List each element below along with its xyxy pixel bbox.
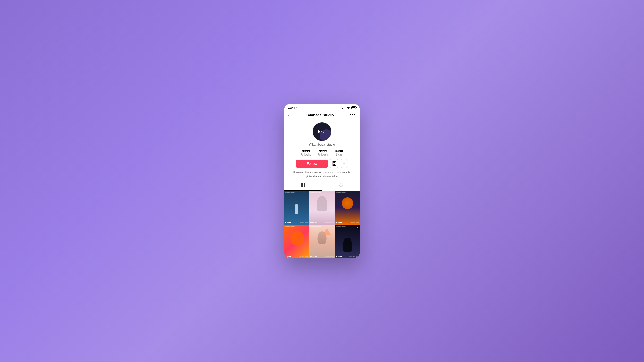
nav-bar: ‹ Kambada Studio ••• [284,111,360,120]
battery-icon [351,106,356,109]
play-icon-6: ▶ [336,255,337,257]
tab-videos[interactable] [284,180,322,191]
svg-rect-3 [301,183,302,187]
svg-rect-4 [302,183,303,187]
video-footer-5: sounds pack [325,256,334,257]
more-button[interactable]: ••• [350,112,356,118]
svg-rect-0 [332,162,336,166]
wifi-icon [347,106,350,109]
view-count-2: 99.0K [312,222,317,223]
video-footer-3: motion pack [351,222,359,223]
svg-point-1 [333,163,335,165]
video-stats-3: ▶ 99.0K [336,221,343,223]
likes-label: Likes [336,153,342,156]
phone-frame: 19:44 ▸ ‹ Kambada Studio ••• ks. @kambad… [284,104,360,258]
svg-point-2 [335,162,335,163]
likes-count: 999K [335,149,343,153]
video-footer-2: motion pack [325,222,334,223]
view-count-6: 99.0K [338,255,343,257]
play-icon-5: ▶ [310,255,312,257]
video-footer-6: essential pack [349,256,359,257]
bio-section: Download this Photoshop mock-up on our w… [290,171,353,180]
dropdown-button[interactable]: ▾ [341,159,348,168]
avatar: ks. [313,122,331,141]
video-grid: kambadastudio ▶ 99.0K motion pack kambad… [284,191,360,258]
followers-count: 9999 [319,149,327,153]
profile-section: ks. @kambada_studio 9999 Following 9999 … [284,120,360,180]
back-button[interactable]: ‹ [288,112,290,118]
stat-likes: 999K Likes [335,149,343,156]
tab-bar [284,180,360,191]
grid-icon [301,183,305,187]
play-icon-4: ▶ [285,255,286,257]
profile-title: Kambada Studio [305,113,334,117]
status-bar: 19:44 ▸ [284,104,360,111]
video-label-4: kambadastudio [285,226,295,227]
video-stats-6: ▶ 99.0K [336,255,343,257]
view-count-4: 99.0K [287,255,292,257]
avatar-text: ks. [318,129,326,135]
video-label-1: kambadastudio [285,192,295,193]
status-icons [342,106,356,109]
video-footer-1: motion pack [300,222,308,223]
video-stats-4: ▶ 99.0K [285,255,292,257]
play-icon: ▶ [285,221,286,223]
following-count: 9999 [302,149,310,153]
video-label-2: kambadastudio [310,192,321,193]
svg-rect-5 [304,183,305,187]
username: @kambada_studio [309,143,335,146]
bio-link-text: kambadastudio.com/store [309,175,339,178]
view-count-1: 99.0K [287,222,292,223]
video-thumb-2[interactable]: kambadastudio ▶ 99.0K motion pack [309,191,335,225]
bio-text: Download this Photoshop mock-up on our w… [293,171,351,174]
follow-button[interactable]: Follow [296,160,327,168]
video-thumb-4[interactable]: kambadastudio ▶ 99.0K sounds pack [284,225,309,258]
following-label: Following [301,153,311,156]
play-icon-2: ▶ [310,221,312,223]
bio-link[interactable]: 🔗 kambadastudio.com/store [293,175,351,178]
video-thumb-6[interactable]: kambadastudio ✕ ▶ 99.0K essential pack [335,225,360,258]
instagram-button[interactable] [330,159,338,168]
view-count-3: 99.0K [338,222,343,223]
video-stats-1: ▶ 99.0K [285,221,292,223]
video-stats-2: ▶ 99.0K [310,221,317,223]
status-time: 19:44 [288,106,295,109]
heart-icon [339,183,343,188]
video-thumb-3[interactable]: kambadastudio ▶ 99.0K motion pack [335,191,360,225]
video-footer-4: sounds pack [299,256,308,257]
location-icon: ▸ [296,106,297,109]
view-count-5: 99.0K [312,255,317,257]
stat-following: 9999 Following [301,149,311,156]
tab-liked[interactable] [322,180,360,191]
stat-followers: 9999 Followers [318,149,329,156]
video-label-6: kambadastudio [336,226,346,227]
video-thumb-5[interactable]: kambadastudio ▶ 99.0K sounds pack [309,225,335,258]
close-badge: ✕ [355,226,359,229]
instagram-icon [332,161,336,166]
video-thumb-1[interactable]: kambadastudio ▶ 99.0K motion pack [284,191,309,225]
video-stats-5: ▶ 99.0K [310,255,317,257]
video-label-5: kambadastudio [310,226,321,227]
video-label-3: kambadastudio [336,192,346,193]
action-row: Follow ▾ [296,159,348,168]
play-icon-3: ▶ [336,221,337,223]
followers-label: Followers [318,153,329,156]
signal-icon [342,106,345,109]
stats-row: 9999 Following 9999 Followers 999K Likes [301,149,344,156]
link-icon: 🔗 [306,175,308,178]
chevron-down-icon: ▾ [343,162,345,165]
